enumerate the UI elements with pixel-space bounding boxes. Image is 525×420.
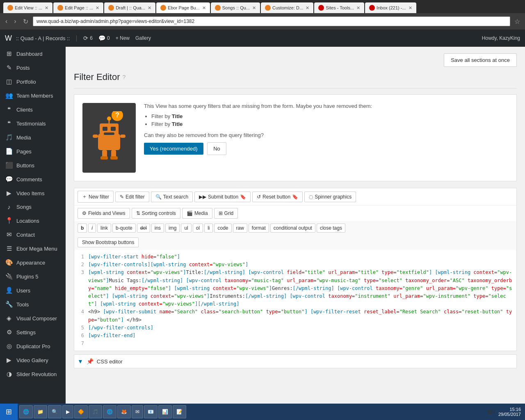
sidebar-item-portfolio[interactable]: ◫ Portfolio bbox=[0, 75, 66, 89]
browser-tab-8[interactable]: Inbox (221) -... ✕ bbox=[365, 2, 416, 13]
save-all-button[interactable]: Save all sections at once bbox=[444, 53, 517, 67]
sidebar-item-plugins[interactable]: 🔌 Plugins 5 bbox=[0, 269, 66, 283]
sidebar-item-visual-composer[interactable]: ◈ Visual Composer bbox=[0, 311, 66, 325]
show-bootstrap-button[interactable]: Show Bootstrap buttons bbox=[78, 237, 139, 247]
sidebar-item-clients[interactable]: ❝ Clients bbox=[0, 103, 66, 116]
grid-button[interactable]: ⊞ Grid bbox=[214, 208, 238, 219]
code-line-3: 3 [wpml-string context="wpv-views"]Title… bbox=[78, 269, 513, 308]
fmt-ins[interactable]: ins bbox=[151, 224, 164, 233]
fmt-bquote[interactable]: b-quote bbox=[112, 224, 136, 233]
sidebar-item-video-gallery[interactable]: ▶ Video Gallery bbox=[0, 353, 66, 367]
taskbar-media[interactable]: ▶ bbox=[62, 405, 73, 418]
text-search-button[interactable]: 🔍 Text search bbox=[151, 192, 193, 202]
sidebar-item-slider-revolution[interactable]: ◑ Slider Revolution bbox=[0, 367, 66, 381]
url-input[interactable]: www.quad-a.biz/wp-admin/admin.php?page=v… bbox=[33, 16, 510, 26]
help-icon[interactable]: ? bbox=[122, 74, 126, 80]
portfolio-icon: ◫ bbox=[5, 78, 13, 85]
edit-filter-button[interactable]: ✎ Edit filter bbox=[115, 192, 149, 202]
sidebar-item-appearance[interactable]: 🎨 Appearance bbox=[0, 256, 66, 269]
fmt-li[interactable]: li bbox=[204, 224, 213, 233]
taskbar-music[interactable]: 🎵 bbox=[89, 405, 102, 418]
taskbar-word[interactable]: 📝 bbox=[173, 405, 186, 418]
sidebar-item-tools[interactable]: 🔧 Tools bbox=[0, 297, 66, 311]
gallery-button[interactable]: Gallery bbox=[135, 35, 151, 41]
sidebar-item-testimonials[interactable]: ❝ Testimonials bbox=[0, 116, 66, 130]
refresh-button[interactable]: ↻ bbox=[21, 17, 30, 26]
fmt-close-tags[interactable]: close tags bbox=[317, 224, 345, 233]
sidebar-item-label: Portfolio bbox=[16, 79, 36, 85]
start-button[interactable]: ⊞ bbox=[0, 404, 18, 420]
no-button[interactable]: No bbox=[207, 142, 226, 155]
css-editor-bar[interactable]: ▼ 📌 CSS editor bbox=[74, 354, 517, 368]
fmt-del[interactable]: del bbox=[137, 224, 150, 233]
fmt-italic[interactable]: i bbox=[88, 224, 96, 233]
browser-tab-7[interactable]: Sites - Tools... ✕ bbox=[314, 2, 364, 13]
fmt-code[interactable]: code bbox=[214, 224, 231, 233]
reset-button-btn[interactable]: ↺ Reset button 🔖 bbox=[252, 192, 303, 202]
code-line-6: 6 [wpv-filter-end] bbox=[78, 332, 513, 340]
new-button[interactable]: + New bbox=[116, 35, 130, 41]
sidebar-item-media[interactable]: 🎵 Media bbox=[0, 130, 66, 144]
sidebar-item-locations[interactable]: 📍 Locations bbox=[0, 214, 66, 228]
fmt-bold[interactable]: b bbox=[78, 224, 87, 233]
sidebar-item-contact[interactable]: ✉ Contact bbox=[0, 228, 66, 242]
sidebar-item-songs[interactable]: ♪ Songs bbox=[0, 200, 66, 214]
main-content: Save all sections at once Filter Editor … bbox=[66, 47, 525, 420]
sidebar-item-duplicator[interactable]: ◎ Duplicator Pro bbox=[0, 339, 66, 353]
video-items-icon: ▶ bbox=[5, 189, 13, 197]
fmt-conditional-output[interactable]: conditional output bbox=[270, 224, 315, 233]
updates-count[interactable]: ⟳ 6 bbox=[83, 35, 93, 41]
fmt-img[interactable]: img bbox=[165, 224, 180, 233]
sidebar-item-video-items[interactable]: ▶ Video Items bbox=[0, 186, 66, 200]
fmt-ol[interactable]: ol bbox=[193, 224, 203, 233]
media-button[interactable]: 🎬 Media bbox=[182, 208, 212, 219]
sidebar-item-dashboard[interactable]: ⊞ Dashboard bbox=[0, 47, 66, 61]
browser-tab-6[interactable]: Customize: D... ✕ bbox=[261, 2, 313, 13]
sidebar-item-comments[interactable]: 💬 Comments bbox=[0, 172, 66, 186]
fmt-format[interactable]: format bbox=[249, 224, 269, 233]
browser-tab-5[interactable]: Songs :: Qu... ✕ bbox=[211, 2, 260, 13]
taskbar-gmail[interactable]: ✉ bbox=[132, 405, 143, 418]
taskbar-folder[interactable]: 📁 bbox=[34, 405, 47, 418]
code-editor[interactable]: 1 [wpv-filter-start hide="false"] 2 [wpv… bbox=[74, 250, 517, 351]
forward-button[interactable]: › bbox=[12, 17, 18, 26]
sidebar-item-posts[interactable]: ✎ Posts bbox=[0, 61, 66, 75]
fmt-ul[interactable]: ul bbox=[181, 224, 191, 233]
new-filter-button[interactable]: ＋ New filter bbox=[78, 191, 114, 203]
site-name[interactable]: :: Quad - A | Records :: bbox=[16, 35, 77, 41]
sidebar-item-pages[interactable]: 📄 Pages bbox=[0, 144, 66, 158]
sidebar-item-buttons[interactable]: ⬛ Buttons bbox=[0, 158, 66, 172]
sidebar-item-label: Songs bbox=[16, 204, 32, 210]
back-button[interactable]: ‹ bbox=[3, 17, 9, 26]
browser-tab-3[interactable]: Draft | :: Qua... ✕ bbox=[104, 2, 155, 13]
line-content-1: [wpv-filter-start hide="false"] bbox=[88, 253, 513, 261]
taskbar-ppt[interactable]: 📊 bbox=[158, 405, 172, 418]
browser-tab-4[interactable]: Ebor Page Bu... ✕ bbox=[156, 2, 210, 13]
line-content-6: [wpv-filter-end] bbox=[88, 332, 513, 340]
sidebar-item-label: Dashboard bbox=[16, 51, 43, 57]
lang-indicator: EN bbox=[488, 409, 495, 415]
taskbar-search[interactable]: 🔍 bbox=[48, 405, 62, 418]
submit-button-btn[interactable]: ▶▶ Submit button 🔖 bbox=[194, 192, 251, 202]
browser-tab-2[interactable]: Edit Page :: ... ✕ bbox=[53, 2, 103, 13]
taskbar-firefox[interactable]: 🦊 bbox=[117, 405, 131, 418]
sidebar-item-label: Testimonials bbox=[16, 121, 46, 127]
spinner-graphics-button[interactable]: ◌ Spinner graphics bbox=[304, 192, 356, 202]
sidebar-item-mega-menu[interactable]: ☰ Ebor Mega Menu bbox=[0, 242, 66, 256]
browser-tab-1[interactable]: Edit View :: ... ✕ bbox=[3, 2, 52, 13]
sidebar-item-settings[interactable]: ⚙ Settings bbox=[0, 325, 66, 339]
fields-views-button[interactable]: ⚙ Fields and Views bbox=[78, 208, 130, 219]
sorting-controls-button[interactable]: ⇅ Sorting controls bbox=[132, 208, 180, 219]
fmt-link[interactable]: link bbox=[97, 224, 111, 233]
sidebar-item-label: Appearance bbox=[16, 260, 45, 266]
fmt-raw[interactable]: raw bbox=[233, 224, 247, 233]
taskbar-ie[interactable]: 🌐 bbox=[19, 405, 33, 418]
comments-count[interactable]: 💬 0 bbox=[98, 35, 110, 41]
taskbar-outlook[interactable]: 📧 bbox=[144, 405, 158, 418]
taskbar-vlc[interactable]: 🔶 bbox=[74, 405, 88, 418]
sidebar-item-team[interactable]: 👥 Team Members bbox=[0, 89, 66, 103]
yes-button[interactable]: Yes (recommended) bbox=[144, 143, 203, 155]
sidebar-item-users[interactable]: 👤 Users bbox=[0, 283, 66, 297]
sidebar-item-label: Visual Composer bbox=[16, 315, 57, 322]
taskbar-chrome[interactable]: 🌐 bbox=[103, 405, 116, 418]
